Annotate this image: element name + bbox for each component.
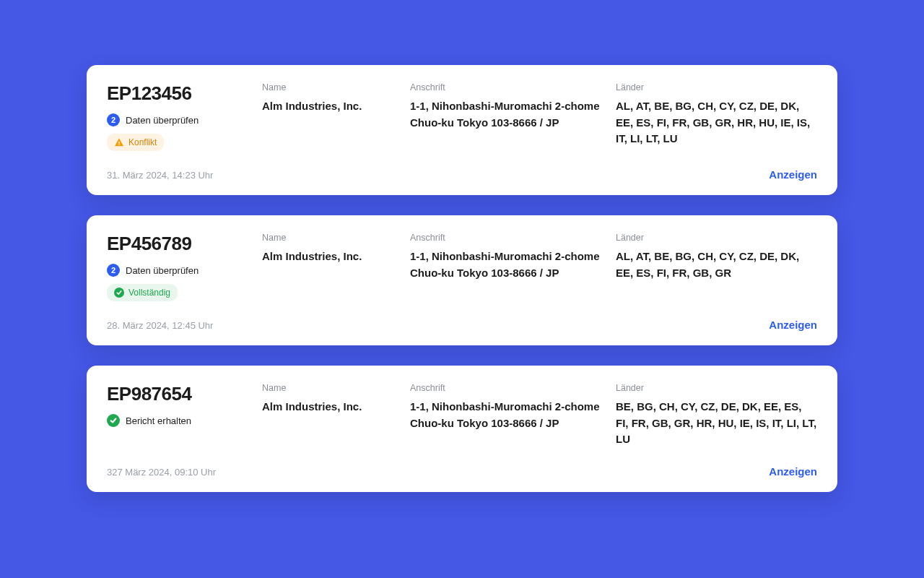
step-row: 2 Daten überprüfen <box>107 264 255 277</box>
svg-text:!: ! <box>118 140 121 147</box>
countries-column: Länder BE, BG, CH, CY, CZ, DE, DK, EE, E… <box>616 383 817 448</box>
timestamp: 327 März 2024, 09:10 Uhr <box>107 467 216 478</box>
countries-column: Länder AL, AT, BE, BG, CH, CY, CZ, DE, D… <box>616 82 817 147</box>
name-column: Name Alm Industries, Inc. <box>262 82 410 115</box>
column-label-name: Name <box>262 233 410 243</box>
countries-value: AL, AT, BE, BG, CH, CY, CZ, DE, DK, EE, … <box>616 98 817 147</box>
column-label-address: Anschrift <box>410 82 616 92</box>
name-value: Alm Industries, Inc. <box>262 98 410 115</box>
column-label-address: Anschrift <box>410 383 616 393</box>
step-number-icon: 2 <box>107 264 120 277</box>
status-badge-warn: ! Konflikt <box>107 134 164 151</box>
record-card: EP987654 Bericht erhalten Name Alm Indus… <box>87 366 837 492</box>
badge-label: Konflikt <box>128 137 157 147</box>
step-row: 2 Daten überprüfen <box>107 113 255 126</box>
column-label-name: Name <box>262 82 410 92</box>
view-button[interactable]: Anzeigen <box>769 465 817 478</box>
column-label-countries: Länder <box>616 233 817 243</box>
view-button[interactable]: Anzeigen <box>769 319 817 331</box>
step-row: Bericht erhalten <box>107 414 255 427</box>
timestamp: 28. März 2024, 12:45 Uhr <box>107 320 213 331</box>
record-card: EP456789 2 Daten überprüfen Vollständig … <box>87 215 837 345</box>
countries-column: Länder AL, AT, BE, BG, CH, CY, CZ, DE, D… <box>616 233 817 281</box>
step-label: Bericht erhalten <box>126 415 191 426</box>
record-id: EP987654 <box>107 383 255 405</box>
check-icon <box>114 288 124 298</box>
address-value: 1-1, Nihonbashi-Muromachi 2-chome Chuo-k… <box>410 399 616 431</box>
step-label: Daten überprüfen <box>126 115 199 126</box>
column-label-countries: Länder <box>616 82 817 92</box>
view-button[interactable]: Anzeigen <box>769 168 817 181</box>
step-label: Daten überprüfen <box>126 265 199 276</box>
step-number-icon: 2 <box>107 113 120 126</box>
name-value: Alm Industries, Inc. <box>262 249 410 265</box>
address-value: 1-1, Nihonbashi-Muromachi 2-chome Chuo-k… <box>410 249 616 281</box>
name-value: Alm Industries, Inc. <box>262 399 410 415</box>
countries-value: BE, BG, CH, CY, CZ, DE, DK, EE, ES, FI, … <box>616 399 817 448</box>
column-label-address: Anschrift <box>410 233 616 243</box>
status-badge-ok: Vollständig <box>107 284 178 301</box>
address-column: Anschrift 1-1, Nihonbashi-Muromachi 2-ch… <box>410 82 616 131</box>
timestamp: 31. März 2024, 14:23 Uhr <box>107 170 213 181</box>
countries-value: AL, AT, BE, BG, CH, CY, CZ, DE, DK, EE, … <box>616 249 817 281</box>
name-column: Name Alm Industries, Inc. <box>262 383 410 415</box>
address-value: 1-1, Nihonbashi-Muromachi 2-chome Chuo-k… <box>410 98 616 131</box>
badge-label: Vollständig <box>128 288 170 298</box>
warning-icon: ! <box>114 137 124 147</box>
address-column: Anschrift 1-1, Nihonbashi-Muromachi 2-ch… <box>410 233 616 281</box>
record-card: EP123456 2 Daten überprüfen ! Konflikt N… <box>87 65 837 195</box>
column-label-countries: Länder <box>616 383 817 393</box>
check-icon <box>107 414 120 427</box>
name-column: Name Alm Industries, Inc. <box>262 233 410 265</box>
column-label-name: Name <box>262 383 410 393</box>
record-id: EP123456 <box>107 82 255 105</box>
record-id: EP456789 <box>107 233 255 255</box>
address-column: Anschrift 1-1, Nihonbashi-Muromachi 2-ch… <box>410 383 616 431</box>
